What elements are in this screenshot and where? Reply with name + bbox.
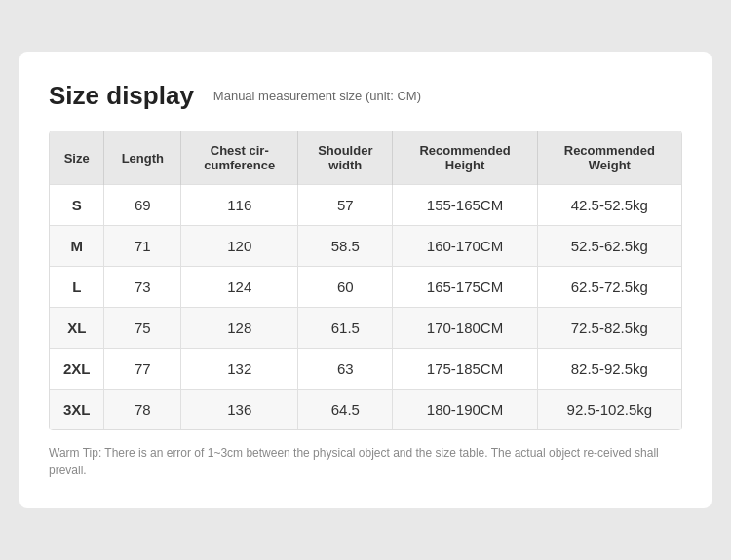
col-header-rec_weight: Recommended Weight xyxy=(537,131,681,185)
cell-rec_weight: 82.5-92.5kg xyxy=(537,349,681,390)
size-table: SizeLengthChest cir- cumferenceShoulder … xyxy=(50,131,681,429)
cell-length: 73 xyxy=(104,267,181,308)
page-subtitle: Manual measurement size (unit: CM) xyxy=(213,89,421,103)
table-row: 2XL7713263175-185CM82.5-92.5kg xyxy=(50,349,681,390)
cell-shoulder: 60 xyxy=(298,267,393,308)
cell-chest: 120 xyxy=(181,226,298,267)
cell-shoulder: 63 xyxy=(298,349,393,390)
cell-rec_height: 165-175CM xyxy=(393,267,537,308)
cell-chest: 132 xyxy=(181,349,298,390)
col-header-shoulder: Shoulder width xyxy=(298,131,393,185)
cell-shoulder: 57 xyxy=(298,185,393,226)
cell-rec_height: 175-185CM xyxy=(393,349,537,390)
cell-shoulder: 64.5 xyxy=(298,390,393,430)
warm-tip: Warm Tip: There is an error of 1~3cm bet… xyxy=(49,444,682,479)
cell-size: S xyxy=(50,185,104,226)
cell-rec_height: 180-190CM xyxy=(393,390,537,430)
cell-size: 3XL xyxy=(50,390,104,430)
cell-length: 71 xyxy=(104,226,181,267)
cell-rec_weight: 92.5-102.5kg xyxy=(537,390,681,430)
size-table-wrap: SizeLengthChest cir- cumferenceShoulder … xyxy=(49,131,682,430)
cell-rec_height: 155-165CM xyxy=(393,185,537,226)
cell-length: 69 xyxy=(104,185,181,226)
col-header-chest: Chest cir- cumference xyxy=(181,131,298,185)
cell-size: L xyxy=(50,267,104,308)
cell-rec_weight: 52.5-62.5kg xyxy=(537,226,681,267)
cell-chest: 128 xyxy=(181,308,298,349)
cell-rec_weight: 72.5-82.5kg xyxy=(537,308,681,349)
page-title: Size display xyxy=(49,81,194,111)
table-header-row: SizeLengthChest cir- cumferenceShoulder … xyxy=(50,131,681,185)
table-row: S6911657155-165CM42.5-52.5kg xyxy=(50,185,681,226)
col-header-rec_height: Recommended Height xyxy=(393,131,537,185)
cell-length: 75 xyxy=(104,308,181,349)
cell-chest: 116 xyxy=(181,185,298,226)
cell-shoulder: 58.5 xyxy=(298,226,393,267)
col-header-size: Size xyxy=(50,131,104,185)
table-row: L7312460165-175CM62.5-72.5kg xyxy=(50,267,681,308)
cell-rec_weight: 42.5-52.5kg xyxy=(537,185,681,226)
table-body: S6911657155-165CM42.5-52.5kgM7112058.516… xyxy=(50,185,681,430)
size-display-card: Size display Manual measurement size (un… xyxy=(19,52,712,508)
cell-size: 2XL xyxy=(50,349,104,390)
table-row: 3XL7813664.5180-190CM92.5-102.5kg xyxy=(50,390,681,430)
cell-rec_height: 170-180CM xyxy=(393,308,537,349)
cell-size: M xyxy=(50,226,104,267)
table-row: M7112058.5160-170CM52.5-62.5kg xyxy=(50,226,681,267)
cell-length: 78 xyxy=(104,390,181,430)
table-row: XL7512861.5170-180CM72.5-82.5kg xyxy=(50,308,681,349)
cell-length: 77 xyxy=(104,349,181,390)
cell-shoulder: 61.5 xyxy=(298,308,393,349)
cell-rec_height: 160-170CM xyxy=(393,226,537,267)
header: Size display Manual measurement size (un… xyxy=(49,81,682,111)
cell-chest: 124 xyxy=(181,267,298,308)
cell-size: XL xyxy=(50,308,104,349)
cell-chest: 136 xyxy=(181,390,298,430)
cell-rec_weight: 62.5-72.5kg xyxy=(537,267,681,308)
col-header-length: Length xyxy=(104,131,181,185)
